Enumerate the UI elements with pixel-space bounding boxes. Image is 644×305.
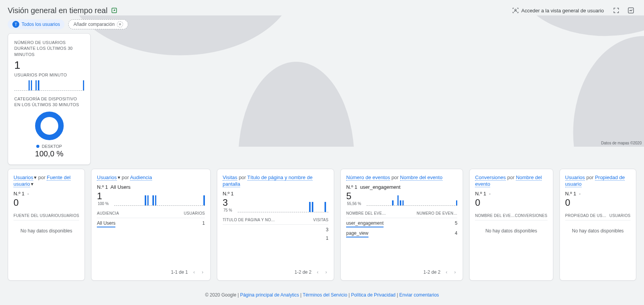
users-30-value: 1 bbox=[14, 59, 84, 71]
insights-icon[interactable] bbox=[625, 5, 636, 16]
footer-link-privacy[interactable]: Política de Privacidad bbox=[351, 292, 396, 298]
mini-sparkline bbox=[238, 201, 329, 212]
metric-card-0: Usuarios▾ por Fuente del usuario▾N.º 1 -… bbox=[8, 169, 85, 281]
pager-label: 1-1 de 1 bbox=[171, 269, 188, 275]
metric-value: 5 bbox=[346, 191, 361, 202]
legend-dot-icon bbox=[36, 145, 39, 148]
rank-row: N.º 1 - bbox=[475, 191, 547, 197]
device-pct: 100,0 % bbox=[35, 149, 63, 158]
metric-card-4: Conversiones por Nombre del eventoN.º 1 … bbox=[469, 169, 553, 281]
rank-row: N.º 1 bbox=[223, 191, 328, 197]
metric-subvalue: 75 % bbox=[223, 208, 232, 212]
pager-label: 1-2 de 2 bbox=[294, 269, 311, 275]
metric-dimension-link[interactable]: Nombre del evento bbox=[400, 175, 443, 181]
table-row[interactable]: page_view4 bbox=[346, 228, 457, 238]
users-30-label: NÚMERO DE USUARIOS DURANTE LOS ÚLTIMOS 3… bbox=[14, 40, 84, 58]
chip-add-comparison[interactable]: Añadir comparación + bbox=[68, 19, 128, 29]
table-header: FUENTE DEL USUARIOUSUARIOS bbox=[14, 214, 79, 220]
metric-subvalue: 100 % bbox=[97, 202, 108, 206]
metric-card-5: Usuarios por Propiedad de usuarioN.º 1 -… bbox=[559, 169, 636, 281]
table-header: AUDIENCIAUSUARIOS bbox=[97, 211, 205, 218]
footer-copyright: © 2020 Google bbox=[205, 292, 236, 298]
rank-row: N.º 1 All Users bbox=[97, 184, 205, 190]
fullscreen-icon[interactable] bbox=[611, 5, 622, 16]
metric-title-link[interactable]: Número de eventos bbox=[346, 175, 390, 181]
table-row[interactable]: All Users1 bbox=[97, 218, 205, 228]
users-per-minute-label: USUARIOS POR MINUTO bbox=[14, 72, 84, 78]
users-per-minute-chart bbox=[14, 80, 84, 91]
device-category-label: CATEGORÍA DE DISPOSITIVO EN LOS ÚLTIMOS … bbox=[14, 96, 84, 108]
chevron-left-icon[interactable]: ‹ bbox=[444, 268, 449, 276]
metric-value: 1 bbox=[97, 191, 108, 202]
open-external-icon[interactable] bbox=[111, 7, 118, 14]
metric-title: Usuarios por Propiedad de usuario bbox=[565, 175, 630, 188]
chevron-left-icon[interactable]: ‹ bbox=[192, 268, 196, 276]
table-row[interactable]: 3 bbox=[223, 225, 328, 233]
footer-link-analytics[interactable]: Página principal de Analytics bbox=[240, 292, 299, 298]
chevron-down-icon[interactable]: ▾ bbox=[118, 175, 120, 181]
rank-row: N.º 1 - bbox=[14, 191, 79, 197]
metric-value: 0 bbox=[14, 197, 19, 208]
table-header: PROPIEDAD DE US…USUARIOS bbox=[565, 214, 630, 220]
footer-link-feedback[interactable]: Enviar comentarios bbox=[399, 292, 439, 298]
metric-subvalue: 55,56 % bbox=[346, 202, 361, 206]
chevron-right-icon[interactable]: › bbox=[200, 268, 205, 276]
metric-title: Visitas por Título de página y nombre de… bbox=[223, 175, 328, 188]
summary-card: NÚMERO DE USUARIOS DURANTE LOS ÚLTIMOS 3… bbox=[8, 33, 91, 165]
table-header: NOMBRE DEL EVE…NÚMERO DE EVEN… bbox=[346, 211, 457, 218]
metric-dimension-link[interactable]: Audiencia bbox=[130, 175, 152, 181]
no-data-message: No hay datos disponibles bbox=[565, 228, 630, 234]
table-row[interactable]: user_engagement5 bbox=[346, 218, 457, 228]
pager: 1-1 de 1‹› bbox=[97, 268, 205, 276]
footer-link-terms[interactable]: Términos del Servicio bbox=[303, 292, 347, 298]
user-view-button[interactable]: Acceder a la vista general de usuario bbox=[509, 5, 607, 16]
footer: © 2020 Google | Página principal de Anal… bbox=[0, 281, 644, 305]
no-data-message: No hay datos disponibles bbox=[14, 228, 79, 234]
table-header: NOMBRE DEL EVE…CONVERSIONES bbox=[475, 214, 547, 220]
table-header: TÍTULO DE PÁGINA Y NO…VISITAS bbox=[223, 218, 328, 225]
chevron-right-icon[interactable]: › bbox=[324, 268, 328, 276]
metric-title: Conversiones por Nombre del evento bbox=[475, 175, 547, 188]
metric-title: Usuarios▾ por Audiencia bbox=[97, 175, 205, 181]
plus-icon: + bbox=[117, 21, 123, 27]
pager: 1-2 de 2‹› bbox=[223, 268, 328, 276]
chevron-left-icon[interactable]: ‹ bbox=[315, 268, 320, 276]
rank-row: N.º 1 user_engagement bbox=[346, 184, 457, 190]
svg-point-9 bbox=[515, 9, 516, 11]
pager: 1-2 de 2‹› bbox=[346, 268, 457, 276]
table-row[interactable]: 1 bbox=[223, 233, 328, 242]
metric-card-2: Visitas por Título de página y nombre de… bbox=[217, 169, 334, 281]
chip-add-comparison-label: Añadir comparación bbox=[73, 22, 115, 27]
pager-label: 1-2 de 2 bbox=[423, 269, 440, 275]
chevron-right-icon[interactable]: › bbox=[453, 268, 457, 276]
metric-card-3: Número de eventos por Nombre del eventoN… bbox=[340, 169, 463, 281]
user-view-label: Acceder a la vista general de usuario bbox=[521, 8, 604, 14]
metric-value: 3 bbox=[223, 197, 232, 208]
chip-all-users-label: Todos los usuarios bbox=[22, 22, 60, 27]
metric-title-link[interactable]: Visitas bbox=[223, 175, 237, 181]
page-title: Visión general en tiempo real bbox=[8, 6, 108, 15]
metric-title-link[interactable]: Usuarios bbox=[565, 175, 585, 181]
user-scan-icon bbox=[512, 7, 519, 14]
metric-title: Número de eventos por Nombre del evento bbox=[346, 175, 457, 181]
device-donut-chart bbox=[35, 112, 64, 140]
mini-sparkline bbox=[114, 194, 205, 206]
metric-title-link[interactable]: Usuarios bbox=[97, 175, 117, 181]
chip-badge-icon: T bbox=[12, 21, 19, 28]
no-data-message: No hay datos disponibles bbox=[475, 228, 547, 234]
rank-row: N.º 1 - bbox=[565, 191, 630, 197]
device-legend: DESKTOP bbox=[42, 144, 62, 149]
metric-title: Usuarios▾ por Fuente del usuario▾ bbox=[14, 175, 79, 188]
chip-all-users[interactable]: T Todos los usuarios bbox=[8, 19, 64, 29]
chevron-down-icon[interactable]: ▾ bbox=[34, 175, 37, 181]
metric-value: 0 bbox=[475, 197, 480, 208]
chevron-down-icon[interactable]: ▾ bbox=[31, 181, 34, 188]
metric-title-link[interactable]: Usuarios bbox=[14, 175, 33, 181]
metric-card-1: Usuarios▾ por AudienciaN.º 1 All Users11… bbox=[91, 169, 211, 281]
metric-value: 0 bbox=[565, 197, 570, 208]
mini-sparkline bbox=[367, 194, 457, 206]
metric-title-link[interactable]: Conversiones bbox=[475, 175, 506, 181]
